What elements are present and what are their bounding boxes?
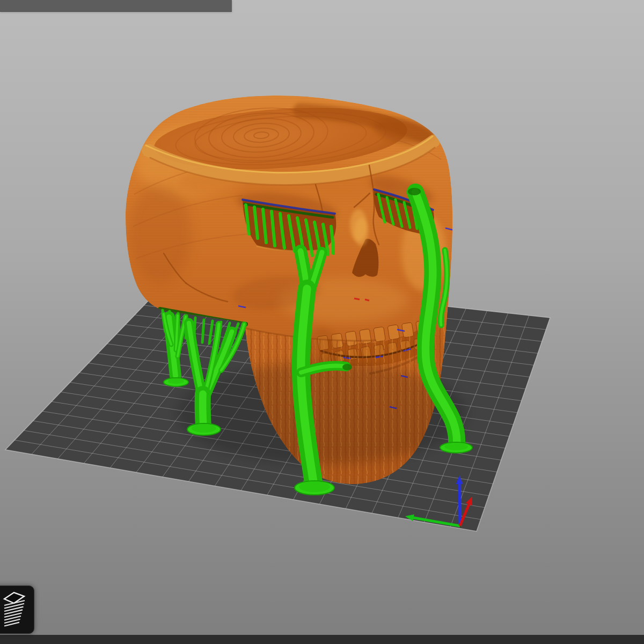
collapsed-top-toolbar[interactable] xyxy=(0,0,232,12)
bottom-status-bar xyxy=(0,635,644,644)
layers-stack-icon xyxy=(3,589,28,631)
layers-view-button[interactable] xyxy=(0,586,34,634)
viewport-3d-canvas[interactable] xyxy=(0,0,644,644)
